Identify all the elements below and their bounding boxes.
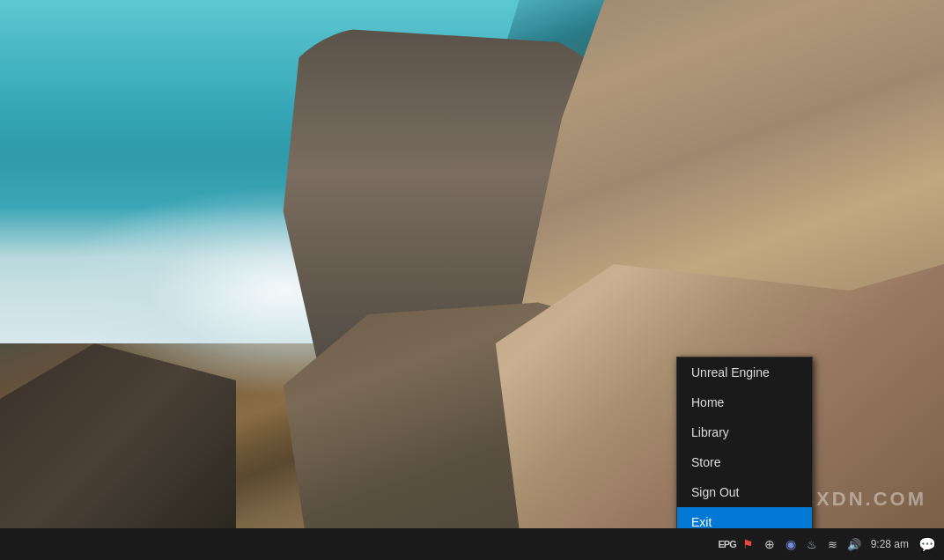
notification-icon[interactable]: 💬	[918, 534, 937, 554]
menu-item-library[interactable]: Library	[677, 417, 812, 447]
rock-left	[0, 343, 236, 528]
volume-icon[interactable]: 🔊	[846, 536, 862, 552]
menu-item-sign-out[interactable]: Sign Out	[677, 477, 812, 507]
steam-icon[interactable]: ♨	[804, 536, 820, 552]
taskbar: EPG ⚑ ⊕ ◉ ♨ ≋ 🔊 9:28 am 💬	[0, 528, 944, 560]
wifi-icon[interactable]: ≋	[825, 536, 841, 552]
antivirus-icon[interactable]: ⚑	[741, 536, 756, 552]
context-menu: Unreal Engine Home Library Store Sign Ou…	[676, 357, 813, 528]
menu-item-store[interactable]: Store	[677, 447, 812, 477]
epic-games-icon[interactable]: EPG	[719, 536, 735, 552]
menu-item-home[interactable]: Home	[677, 387, 812, 417]
menu-item-unreal-engine[interactable]: Unreal Engine	[677, 357, 812, 387]
menu-item-exit[interactable]: Exit	[677, 507, 812, 528]
desktop: wsxdn.com Unreal Engine Home Library Sto…	[0, 0, 944, 528]
taskbar-time: 9:28 am	[871, 538, 909, 550]
network-icon[interactable]: ⊕	[762, 536, 778, 552]
discord-icon[interactable]: ◉	[783, 536, 799, 552]
